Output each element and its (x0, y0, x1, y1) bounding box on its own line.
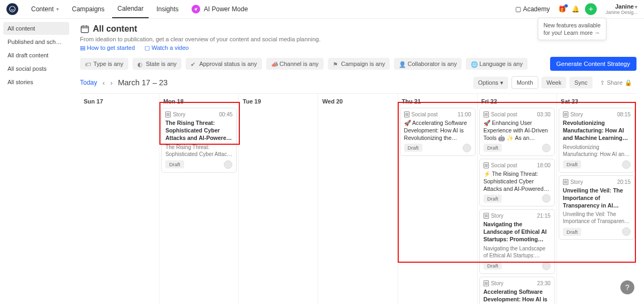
card-title: 🚀 Enhancing User Experience with AI-Driv… (484, 119, 551, 142)
help-get-started-link[interactable]: ▤ How to get started (80, 45, 135, 51)
top-bar: Content▾ Campaigns Calendar Insights AI … (0, 0, 644, 19)
avatar[interactable] (542, 194, 551, 203)
nav-insights[interactable]: Insights (151, 1, 184, 18)
calendar-grid: Sun 17 Mon 18 Story00:45 The Rising Thre… (80, 93, 636, 304)
content-card[interactable]: Social post18:00 ⚡ The Rising Threat: So… (479, 159, 555, 207)
person-icon: 👤 (399, 61, 405, 67)
filter-bar: 🏷Type is any ◐State is any ✔Approval sta… (80, 57, 636, 71)
notification-dot (565, 4, 568, 8)
date-range: March 17 – 23 (118, 78, 168, 87)
content-card[interactable]: Story21:15 Navigating the Landscape of E… (479, 209, 555, 274)
nav-ai-power-mode[interactable]: AI Power Mode (186, 0, 253, 18)
share-button[interactable]: ⇪Share 🔒 (596, 77, 636, 89)
story-icon (484, 213, 489, 219)
content-card[interactable]: Story20:15 Unveiling the Veil: The Impor… (559, 175, 635, 240)
svg-point-0 (10, 6, 16, 12)
card-time: 00:45 (219, 112, 232, 117)
filter-channel[interactable]: 📣Channel is any (266, 58, 324, 70)
card-type: Social post (484, 162, 517, 168)
filter-type[interactable]: 🏷Type is any (80, 58, 128, 70)
nav-campaigns[interactable]: Campaigns (67, 1, 110, 18)
card-time: 03:30 (537, 112, 551, 117)
options-button[interactable]: Options ▾ (473, 77, 508, 89)
flag-icon: ⚑ (333, 61, 339, 67)
sidebar: All content Published and scheduled con.… (0, 19, 72, 304)
day-col-mon[interactable]: Mon 18 Story00:45 The Rising Threat: Sop… (159, 94, 239, 304)
day-header: Wed 20 (320, 94, 396, 108)
filter-language[interactable]: 🌐Language is any (466, 58, 528, 70)
card-title: Revolutionizing Manufacturing: How AI an… (563, 119, 631, 142)
chevron-down-icon: ▾ (635, 4, 638, 10)
day-col-wed[interactable]: Wed 20 (318, 94, 398, 304)
filter-collaborator[interactable]: 👤Collaborator is any (394, 58, 462, 70)
content-card[interactable]: Story23:30 Accelerating Software Develop… (479, 277, 555, 304)
app-logo[interactable] (6, 3, 18, 15)
day-col-sun[interactable]: Sun 17 (80, 94, 159, 304)
help-fab[interactable]: ? (620, 280, 634, 294)
card-title: ⚡ The Rising Threat: Sophisticated Cyber… (484, 170, 551, 193)
tag-icon: 🏷 (85, 61, 91, 67)
card-type: Story (563, 179, 583, 185)
day-col-tue[interactable]: Tue 19 (239, 94, 318, 304)
next-week-arrow[interactable]: › (110, 79, 112, 87)
avatar[interactable] (542, 262, 551, 270)
sidebar-item-social[interactable]: All social posts (3, 62, 69, 75)
ai-icon (192, 5, 200, 13)
card-type: Social post (484, 112, 517, 117)
card-type: Story (563, 112, 583, 117)
content-card[interactable]: Story00:45 The Rising Threat: Sophistica… (161, 108, 237, 173)
story-icon (563, 179, 568, 185)
filter-state[interactable]: ◐State is any (133, 58, 181, 70)
card-time: 11:00 (458, 112, 471, 117)
sidebar-item-stories[interactable]: All stories (3, 76, 69, 88)
sync-button[interactable]: Sync (569, 77, 592, 88)
academy-link[interactable]: ▢ Academy (512, 3, 553, 15)
generate-strategy-button[interactable]: Generate Content Strategy (550, 57, 636, 71)
today-link[interactable]: Today (80, 79, 97, 86)
card-title: 🚀 Accelerating Software Development: How… (404, 119, 471, 142)
filter-campaign[interactable]: ⚑Campaign is any (328, 58, 390, 70)
prev-week-arrow[interactable]: ‹ (103, 79, 105, 87)
avatar[interactable] (463, 144, 471, 152)
avatar[interactable] (622, 160, 631, 169)
sidebar-item-draft[interactable]: All draft content (3, 49, 69, 62)
main-panel: All content From ideation to publication… (72, 19, 644, 304)
content-card[interactable]: Social post03:30 🚀 Enhancing User Experi… (479, 108, 555, 156)
sidebar-item-all-content[interactable]: All content (3, 22, 69, 35)
avatar[interactable] (224, 160, 232, 169)
sidebar-item-published[interactable]: Published and scheduled con... (3, 35, 69, 48)
social-icon (484, 162, 489, 168)
help-watch-video-link[interactable]: ▢ Watch a video (144, 45, 188, 51)
day-header: Sun 17 (82, 94, 157, 108)
calendar-icon (80, 24, 90, 34)
status-pill: Draft (484, 195, 502, 203)
view-week-button[interactable]: Week (541, 77, 566, 88)
status-pill: Draft (563, 228, 582, 236)
gift-icon[interactable]: 🎁 (558, 5, 566, 13)
content-card[interactable]: Story08:15 Revolutionizing Manufacturing… (559, 108, 635, 173)
new-features-toast[interactable]: New features availablefor you! Learn mor… (538, 18, 606, 40)
card-type: Social post (404, 112, 438, 117)
avatar[interactable] (622, 227, 631, 236)
day-col-fri[interactable]: Fri 22 Social post03:30 🚀 Enhancing User… (478, 94, 557, 304)
chevron-down-icon: ▾ (56, 6, 59, 12)
create-button[interactable]: ＋ (585, 3, 597, 15)
bell-icon[interactable]: 🔔 (572, 5, 580, 13)
nav-calendar[interactable]: Calendar (112, 0, 149, 18)
day-header: Sat 23 (559, 94, 635, 108)
day-header: Fri 22 (479, 94, 555, 108)
date-controls: Today ‹ › March 17 – 23 Options ▾ Month … (80, 76, 636, 89)
dot-icon: ◐ (137, 61, 143, 67)
view-month-button[interactable]: Month (511, 76, 539, 89)
check-icon: ✔ (191, 61, 196, 67)
card-title: Accelerating Software Development: How A… (484, 288, 551, 304)
card-type: Story (165, 112, 185, 117)
day-col-thu[interactable]: Thu 21 Social post11:00 🚀 Accelerating S… (398, 94, 478, 304)
avatar[interactable] (542, 144, 551, 152)
filter-approval[interactable]: ✔Approval status is any (186, 58, 262, 70)
user-menu[interactable]: Janine▾ Janine Desig... (605, 3, 638, 16)
day-header: Mon 18 (161, 94, 237, 108)
day-col-sat[interactable]: Sat 23 Story08:15 Revolutionizing Manufa… (557, 94, 636, 304)
nav-content[interactable]: Content▾ (26, 1, 64, 18)
content-card[interactable]: Social post11:00 🚀 Accelerating Software… (400, 108, 475, 156)
